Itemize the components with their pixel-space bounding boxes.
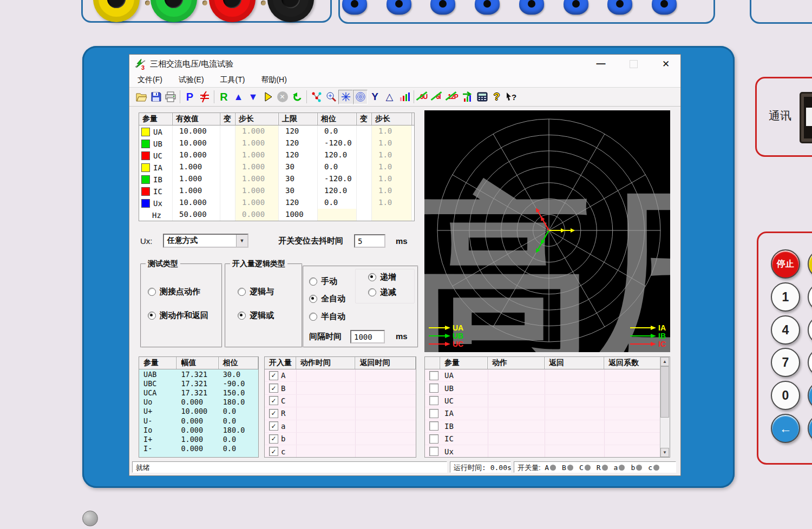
param-limit-cell[interactable]: 120 bbox=[279, 197, 318, 209]
param-pstep-cell[interactable]: 1.0 bbox=[372, 125, 412, 137]
ux-mode-dropdown[interactable]: 任意方式 ▼ bbox=[163, 234, 248, 248]
param-var-cell[interactable] bbox=[220, 185, 235, 197]
action-value-cell[interactable] bbox=[488, 369, 545, 381]
calculator-icon[interactable] bbox=[475, 90, 489, 104]
checkbox[interactable]: ✓ bbox=[269, 447, 278, 456]
param-phase-cell[interactable]: 0.0 bbox=[318, 125, 357, 137]
partial-button[interactable] bbox=[808, 381, 812, 410]
param-limit-cell[interactable]: 30 bbox=[279, 185, 318, 197]
six-i-mode-icon[interactable]: 6I bbox=[431, 90, 446, 104]
decrease-icon[interactable]: ▼ bbox=[246, 90, 260, 104]
param-pstep-cell[interactable]: 1.0 bbox=[372, 149, 412, 161]
param-pstep-cell[interactable]: 1.0 bbox=[372, 137, 412, 149]
param-phase-cell[interactable]: 120.0 bbox=[318, 185, 357, 197]
scroll-up-icon[interactable]: ▲ bbox=[660, 357, 669, 366]
param-var-cell[interactable] bbox=[220, 137, 235, 149]
di-action-time-cell[interactable] bbox=[296, 369, 356, 381]
checkbox[interactable] bbox=[429, 447, 438, 456]
checkbox[interactable] bbox=[429, 421, 438, 431]
action-value-cell[interactable] bbox=[488, 407, 545, 419]
radio-button[interactable] bbox=[368, 288, 376, 296]
param-limit-cell[interactable]: 120 bbox=[279, 137, 318, 149]
param-pstep-cell[interactable]: 1.0 bbox=[372, 161, 412, 173]
di-action-time-cell[interactable] bbox=[296, 382, 356, 394]
di-action-time-cell[interactable] bbox=[296, 445, 356, 457]
param-var-cell[interactable] bbox=[220, 197, 235, 209]
di-action-time-cell[interactable] bbox=[296, 433, 356, 445]
vertical-scrollbar[interactable]: ▲ ▼ bbox=[660, 357, 670, 457]
param-limit-cell[interactable]: 30 bbox=[279, 173, 318, 185]
radio-button[interactable] bbox=[148, 288, 156, 296]
twelve-p-mode-icon[interactable]: 12P bbox=[446, 90, 460, 104]
close-button[interactable]: ✕ bbox=[658, 58, 674, 70]
print-icon[interactable] bbox=[163, 90, 178, 104]
param-phase-cell[interactable]: 0.0 bbox=[318, 161, 357, 173]
debounce-input[interactable]: 5 bbox=[354, 234, 385, 248]
radio-button[interactable] bbox=[148, 312, 156, 320]
action-value-cell[interactable] bbox=[545, 382, 604, 394]
action-value-cell[interactable] bbox=[604, 407, 662, 419]
checkbox[interactable]: ✓ bbox=[269, 434, 278, 444]
di-return-time-cell[interactable] bbox=[355, 445, 416, 457]
action-value-cell[interactable] bbox=[488, 445, 545, 457]
digit-button-4[interactable]: 4 bbox=[771, 315, 800, 345]
checkbox[interactable] bbox=[429, 396, 438, 405]
checkbox[interactable] bbox=[429, 383, 438, 393]
partial-button[interactable] bbox=[808, 414, 812, 443]
undo-icon[interactable] bbox=[290, 90, 304, 104]
mode-option[interactable]: 手动 bbox=[309, 276, 337, 286]
digit-button-7[interactable]: 7 bbox=[771, 348, 800, 377]
action-value-cell[interactable] bbox=[604, 395, 662, 407]
param-pstep-cell[interactable]: 1.0 bbox=[372, 173, 412, 185]
radio-button[interactable] bbox=[309, 277, 317, 286]
action-value-cell[interactable] bbox=[604, 420, 662, 432]
param-var-cell[interactable] bbox=[220, 209, 235, 221]
trend-graph-icon[interactable] bbox=[460, 90, 475, 104]
digit-button-1[interactable]: 1 bbox=[771, 282, 800, 312]
scroll-down-icon[interactable]: ▼ bbox=[660, 448, 669, 457]
action-value-cell[interactable] bbox=[545, 420, 604, 432]
direction-option[interactable]: 递减 bbox=[368, 287, 396, 297]
param-pstep-cell[interactable]: 1.0 bbox=[372, 197, 412, 209]
param-var2-cell[interactable] bbox=[357, 137, 372, 149]
action-value-cell[interactable] bbox=[545, 445, 604, 457]
scroll-thumb[interactable] bbox=[660, 366, 669, 418]
checkbox[interactable] bbox=[429, 409, 438, 418]
di-return-time-cell[interactable] bbox=[355, 395, 416, 407]
short-circuit-icon[interactable] bbox=[197, 90, 212, 104]
radio-button[interactable] bbox=[368, 273, 376, 281]
action-value-cell[interactable] bbox=[488, 395, 545, 407]
chevron-down-icon[interactable]: ▼ bbox=[236, 235, 247, 247]
checkbox[interactable]: ✓ bbox=[269, 421, 278, 431]
param-limit-cell[interactable]: 30 bbox=[279, 161, 318, 173]
action-value-cell[interactable] bbox=[488, 420, 545, 432]
di-return-time-cell[interactable] bbox=[355, 407, 416, 419]
reset-icon[interactable]: R bbox=[217, 90, 231, 104]
di-action-time-cell[interactable] bbox=[296, 395, 356, 407]
param-value-cell[interactable]: 50.000 bbox=[173, 209, 220, 221]
action-value-cell[interactable] bbox=[545, 433, 604, 445]
param-phase-cell[interactable] bbox=[318, 209, 357, 221]
di-return-time-cell[interactable] bbox=[355, 420, 416, 432]
action-value-cell[interactable] bbox=[604, 382, 662, 394]
action-value-cell[interactable] bbox=[604, 433, 662, 445]
param-value-cell[interactable]: 10.000 bbox=[173, 125, 220, 137]
param-step-cell[interactable]: 1.000 bbox=[235, 125, 279, 137]
mode-option[interactable]: 半自动 bbox=[309, 312, 345, 321]
partial-button[interactable] bbox=[808, 249, 812, 279]
di-return-time-cell[interactable] bbox=[355, 433, 416, 445]
param-step-cell[interactable]: 1.000 bbox=[235, 149, 279, 161]
six-u-mode-icon[interactable]: 6U bbox=[416, 90, 431, 104]
interval-input[interactable]: 1000 bbox=[350, 330, 385, 343]
param-var-cell[interactable] bbox=[220, 125, 235, 137]
param-limit-cell[interactable]: 1000 bbox=[279, 209, 318, 221]
action-value-cell[interactable] bbox=[545, 407, 604, 419]
param-value-cell[interactable]: 1.000 bbox=[173, 161, 220, 173]
delta-connection-icon[interactable]: △ bbox=[382, 90, 397, 104]
checkbox[interactable]: ✓ bbox=[269, 409, 278, 418]
action-value-cell[interactable] bbox=[488, 382, 545, 394]
param-value-cell[interactable]: 10.000 bbox=[173, 197, 220, 209]
param-value-cell[interactable]: 10.000 bbox=[173, 137, 220, 149]
param-value-cell[interactable]: 10.000 bbox=[173, 149, 220, 161]
back-button[interactable]: ← bbox=[771, 414, 800, 443]
